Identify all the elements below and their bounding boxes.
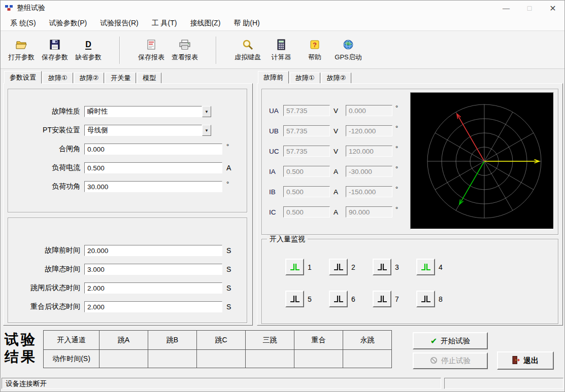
tab-fault-1[interactable]: 故障① bbox=[43, 73, 73, 83]
field-label: 故障性质 bbox=[8, 107, 84, 116]
calculator-button[interactable]: 计算器 bbox=[264, 38, 298, 62]
ua-angle-input[interactable] bbox=[346, 105, 392, 116]
menu-test-params[interactable]: 试验参数(P) bbox=[43, 16, 94, 30]
form-row: 负荷功角 ° bbox=[8, 181, 247, 193]
ib-magnitude-input[interactable] bbox=[283, 186, 330, 197]
post-reclose-time-input[interactable] bbox=[84, 301, 222, 312]
switch-contact-button-7[interactable] bbox=[373, 291, 391, 307]
tab-param-settings[interactable]: 参数设置 bbox=[4, 71, 42, 84]
unit-label: ° bbox=[226, 142, 229, 150]
tab-model[interactable]: 模型 bbox=[137, 73, 161, 83]
chevron-down-icon[interactable]: ▼ bbox=[202, 106, 211, 117]
stop-test-label: 停止试验 bbox=[441, 356, 471, 366]
prefault-page: UA V ° UB V ° UC V bbox=[257, 83, 563, 326]
connection-status: 设备连接断开 bbox=[2, 378, 441, 389]
ib-angle-input[interactable] bbox=[346, 186, 392, 197]
ub-phasor-arrow bbox=[459, 161, 484, 204]
unit-label: A bbox=[334, 208, 342, 216]
unit-label: A bbox=[226, 164, 231, 172]
uc-angle-input[interactable] bbox=[346, 146, 392, 157]
switch-contact-button-2[interactable] bbox=[329, 259, 348, 275]
tab-switch-quantity[interactable]: 开关量 bbox=[105, 73, 136, 83]
fault-nature-dropdown[interactable]: ▼ bbox=[84, 106, 211, 117]
post-trip-time-input[interactable] bbox=[84, 282, 222, 294]
toolbar-label: 保存报表 bbox=[138, 53, 164, 62]
menu-test-report[interactable]: 试验报告(R) bbox=[93, 16, 145, 30]
switch-row: 5 6 7 bbox=[285, 291, 558, 307]
closing-angle-input[interactable] bbox=[84, 144, 222, 155]
close-button[interactable]: ✕ bbox=[541, 1, 564, 16]
switch-contact-button-6[interactable] bbox=[329, 291, 348, 307]
ic-magnitude-input[interactable] bbox=[283, 206, 330, 218]
menu-wiring-diagram[interactable]: 接线图(Z) bbox=[183, 16, 227, 30]
toolbar-label: 帮助 bbox=[308, 53, 321, 62]
ub-angle-input[interactable] bbox=[346, 125, 392, 136]
tab-fault-2[interactable]: 故障② bbox=[74, 73, 105, 83]
save-report-button[interactable]: 保存报表 bbox=[135, 38, 168, 62]
toolbar: 打开参数 保存参数 D 缺省参数 bbox=[1, 31, 564, 69]
degree-symbol: ° bbox=[395, 124, 398, 132]
param-settings-page: 故障性质 ▼ PT安装位置 ▼ 合闸角 ° bbox=[3, 83, 253, 326]
load-current-input[interactable] bbox=[84, 162, 222, 173]
help-button[interactable]: ? 帮助 bbox=[298, 38, 331, 62]
gps-start-button[interactable]: GPS启动 bbox=[331, 38, 365, 62]
menu-help[interactable]: 帮 助(H) bbox=[227, 16, 266, 30]
default-params-button[interactable]: D 缺省参数 bbox=[72, 38, 105, 62]
field-label: 负荷功角 bbox=[8, 182, 84, 191]
result-cell bbox=[343, 350, 392, 368]
window-title: 整组试验 bbox=[17, 4, 45, 13]
ub-magnitude-input[interactable] bbox=[283, 125, 330, 136]
chevron-down-icon[interactable]: ▼ bbox=[202, 125, 211, 136]
toolbar-label: 保存参数 bbox=[42, 53, 68, 62]
tab-fault-1-right[interactable]: 故障① bbox=[290, 73, 320, 83]
form-row: 合闸角 ° bbox=[8, 143, 247, 155]
unit-label: S bbox=[226, 265, 231, 273]
load-power-angle-input[interactable] bbox=[84, 181, 222, 192]
uc-magnitude-input[interactable] bbox=[283, 146, 330, 157]
switch-channel: 1 bbox=[285, 259, 315, 275]
degree-symbol: ° bbox=[395, 104, 398, 112]
open-params-button[interactable]: 打开参数 bbox=[5, 38, 38, 62]
maximize-button[interactable]: □ bbox=[518, 1, 541, 16]
ua-magnitude-input[interactable] bbox=[283, 105, 330, 116]
ia-magnitude-input[interactable] bbox=[283, 166, 330, 177]
fault-nature-value[interactable] bbox=[84, 106, 202, 117]
switch-contact-button-3[interactable] bbox=[373, 259, 391, 275]
start-test-button[interactable]: ✔ 开始试验 bbox=[413, 332, 488, 349]
save-params-button[interactable]: 保存参数 bbox=[38, 38, 72, 62]
app-icon bbox=[5, 4, 13, 13]
ia-angle-input[interactable] bbox=[346, 166, 392, 177]
minimize-button[interactable]: — bbox=[494, 1, 518, 16]
channel-number: 2 bbox=[351, 263, 355, 271]
switch-contact-button-4[interactable] bbox=[416, 259, 435, 275]
switch-monitor-title: 开入量监视 bbox=[267, 235, 308, 244]
menu-system[interactable]: 系 统(S) bbox=[4, 16, 43, 30]
pt-position-dropdown[interactable]: ▼ bbox=[84, 125, 211, 136]
tab-fault-2-right[interactable]: 故障② bbox=[321, 73, 352, 83]
switch-channel: 8 bbox=[416, 291, 446, 307]
view-report-button[interactable]: 查看报表 bbox=[168, 38, 202, 62]
menu-tools[interactable]: 工 具(T) bbox=[145, 16, 184, 30]
ic-angle-input[interactable] bbox=[346, 206, 392, 218]
exit-button[interactable]: 退出 bbox=[497, 351, 554, 370]
right-panel: 故障前 故障① 故障② UA V ° UB V ° bbox=[257, 70, 563, 326]
form-row: 故障态时间 S bbox=[8, 263, 247, 275]
menu-bar: 系 统(S) 试验参数(P) 试验报告(R) 工 具(T) 接线图(Z) 帮 助… bbox=[1, 16, 564, 31]
switch-contact-button-8[interactable] bbox=[416, 291, 435, 307]
phasor-label: IC bbox=[269, 208, 283, 216]
pt-position-value[interactable] bbox=[84, 125, 202, 136]
unit-label: S bbox=[226, 284, 231, 292]
column-header: 跳A bbox=[99, 331, 148, 350]
results-section: 试验结果 开入通道 跳A 跳B 跳C 三跳 重合 永跳 动作时间(S) bbox=[1, 328, 564, 376]
tab-prefault[interactable]: 故障前 bbox=[258, 71, 289, 84]
stop-test-button[interactable]: 停止试验 bbox=[413, 352, 488, 369]
default-params-icon: D bbox=[85, 38, 91, 51]
degree-symbol: ° bbox=[395, 165, 398, 172]
virtual-keyboard-button[interactable]: 虚拟键盘 bbox=[231, 38, 264, 62]
switch-contact-button-5[interactable] bbox=[285, 291, 304, 307]
fault-state-time-input[interactable] bbox=[84, 264, 222, 275]
channel-number: 6 bbox=[351, 295, 355, 303]
status-panel-right bbox=[444, 378, 563, 389]
prefault-time-input[interactable] bbox=[84, 245, 222, 256]
switch-contact-button-1[interactable] bbox=[285, 259, 304, 275]
